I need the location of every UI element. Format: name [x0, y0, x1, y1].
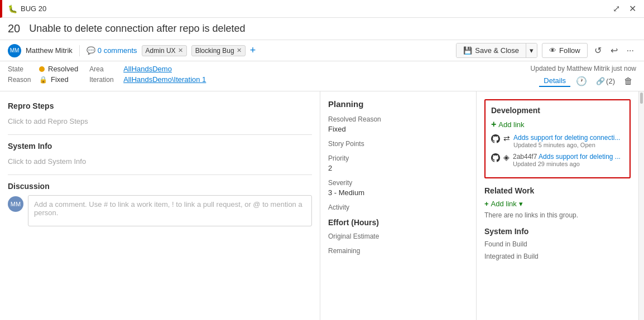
integrated-in-build-field: Integrated in Build [484, 253, 631, 260]
work-item-title[interactable]: Unable to delete connection after repo i… [29, 23, 636, 35]
tag-blocking-bug: Blocking Bug ✕ [191, 45, 246, 56]
development-section: Development + Add link ⇄ Adds support fo… [484, 99, 631, 178]
severity-label: Severity [328, 179, 468, 187]
reason-value[interactable]: Fixed [51, 75, 69, 84]
area-row: Area AllHandsDemo [89, 65, 206, 73]
dev-item-1-info: Adds support for deleting connecti... Up… [513, 134, 620, 148]
refresh-button[interactable]: ↺ [592, 43, 604, 58]
state-dot [39, 66, 45, 72]
dev-add-link-button[interactable]: + Add link [491, 119, 525, 129]
links-count: (2) [606, 77, 615, 85]
story-points-field: Story Points [328, 140, 468, 148]
related-add-plus: + [484, 200, 489, 208]
tag-admin-ux-label: Admin UX [146, 47, 176, 55]
resolved-reason-field: Resolved Reason Fixed [328, 115, 468, 133]
comment-input[interactable]: Add a comment. Use # to link a work item… [28, 195, 312, 226]
related-dropdown-icon: ▾ [519, 200, 523, 208]
scrollbar-thumb[interactable] [640, 93, 643, 104]
work-item-panel: 🐛 BUG 20 ⤢ ✕ 20 Unable to delete connect… [0, 0, 644, 320]
add-link-plus-icon: + [491, 119, 496, 129]
state-row: State Resolved [8, 65, 78, 73]
save-close-dropdown[interactable]: ▾ [526, 43, 537, 57]
tab-details[interactable]: Details [539, 75, 570, 87]
tag-admin-ux-close[interactable]: ✕ [178, 47, 183, 54]
sep2 [8, 174, 312, 175]
expand-button[interactable]: ⤢ [611, 2, 622, 15]
found-in-build-field: Found in Build [484, 240, 631, 248]
related-work-section: Related Work + Add link ▾ There are no l… [484, 186, 631, 219]
tab-history[interactable]: 🕐 [573, 75, 590, 88]
area-label: Area [89, 65, 120, 73]
follow-eye-icon: 👁 [549, 46, 556, 55]
system-info-input[interactable]: Click to add System Info [8, 155, 312, 168]
severity-value[interactable]: 3 - Medium [328, 188, 468, 197]
planning-title: Planning [328, 99, 468, 109]
original-estimate-label: Original Estimate [328, 232, 468, 240]
more-button[interactable]: ··· [624, 43, 636, 58]
commit-icon: ◈ [503, 153, 510, 167]
original-estimate-field: Original Estimate [328, 232, 468, 240]
priority-field: Priority 2 [328, 154, 468, 172]
story-points-label: Story Points [328, 140, 468, 148]
pr-icon: ⇄ [503, 134, 510, 148]
title-bar-text: BUG 20 [21, 4, 611, 13]
updated-info-group: Updated by Matthew Mitrik just now Detai… [531, 65, 636, 88]
dev-item-2-info: 2ab44f7 Adds support for deleting ... Up… [513, 153, 621, 167]
close-button[interactable]: ✕ [627, 2, 638, 15]
effort-title: Effort (Hours) [328, 218, 468, 227]
undo-button[interactable]: ↩ [608, 43, 620, 58]
avatar: MM [8, 44, 21, 57]
reason-row: Reason 🔒 Fixed [8, 75, 78, 84]
right-system-info-title: System Info [484, 227, 631, 236]
scrollbar [638, 91, 644, 320]
related-add-link-label: Add link [491, 200, 517, 208]
tag-blocking-bug-close[interactable]: ✕ [237, 47, 242, 54]
related-add-link-row[interactable]: + Add link ▾ [484, 200, 631, 208]
reason-label: Reason [8, 76, 36, 84]
iteration-label: Iteration [89, 76, 120, 84]
area-value[interactable]: AllHandsDemo [123, 65, 172, 73]
priority-value[interactable]: 2 [328, 164, 468, 172]
iteration-value[interactable]: AllHandsDemo\Iteration 1 [123, 75, 206, 84]
left-panel: Repro Steps Click to add Repro Steps Sys… [0, 91, 320, 320]
state-reason-group: State Resolved Reason 🔒 Fixed [8, 65, 78, 84]
comments-button[interactable]: 💬 0 comments [86, 46, 137, 55]
resolved-reason-value[interactable]: Fixed [328, 125, 468, 133]
dev-item-2-meta: Updated 29 minutes ago [513, 161, 621, 167]
priority-label: Priority [328, 154, 468, 162]
dev-item-2: ◈ 2ab44f7 Adds support for deleting ... … [491, 153, 624, 167]
system-info-title: System Info [8, 142, 312, 151]
dev-item-2-title[interactable]: 2ab44f7 Adds support for deleting ... [513, 153, 621, 161]
follow-button[interactable]: 👁 Follow [542, 43, 588, 58]
development-title: Development [491, 106, 624, 115]
add-tag-button[interactable]: + [250, 45, 256, 56]
activity-field: Activity [328, 203, 468, 211]
tab-delete[interactable]: 🗑 [621, 75, 636, 88]
author-name: Matthew Mitrik [26, 46, 73, 55]
tag-blocking-bug-label: Blocking Bug [195, 47, 234, 55]
comment-icon: 💬 [86, 46, 95, 55]
title-bar: 🐛 BUG 20 ⤢ ✕ [0, 0, 644, 18]
follow-label: Follow [559, 46, 580, 55]
area-iteration-group: Area AllHandsDemo Iteration AllHandsDemo… [89, 65, 206, 84]
remaining-field: Remaining [328, 247, 468, 255]
state-value[interactable]: Resolved [48, 65, 78, 73]
save-close-main[interactable]: 💾 Save & Close [456, 43, 526, 57]
tag-admin-ux: Admin UX ✕ [142, 45, 187, 56]
comment-row: MM Add a comment. Use # to link a work i… [8, 195, 312, 226]
toolbar: MM Matthew Mitrik 💬 0 comments Admin UX … [0, 40, 644, 61]
repro-steps-input[interactable]: Click to add Repro Steps [8, 115, 312, 128]
planning-panel: Planning Resolved Reason Fixed Story Poi… [320, 91, 477, 320]
github-icon-1 [491, 134, 500, 148]
work-item-id: 20 [8, 22, 20, 35]
comment-avatar-initials: MM [11, 201, 21, 207]
bug-icon: 🐛 [8, 4, 17, 13]
save-close-button: 💾 Save & Close ▾ [456, 43, 537, 58]
tab-links[interactable]: 🔗 (2) [593, 76, 618, 86]
separator [79, 45, 80, 56]
save-icon: 💾 [463, 46, 472, 55]
comment-avatar: MM [8, 196, 23, 212]
dev-add-link-label: Add link [498, 120, 524, 129]
no-links-text: There are no links in this group. [484, 211, 631, 219]
dev-item-1-title[interactable]: Adds support for deleting connecti... [513, 134, 620, 142]
